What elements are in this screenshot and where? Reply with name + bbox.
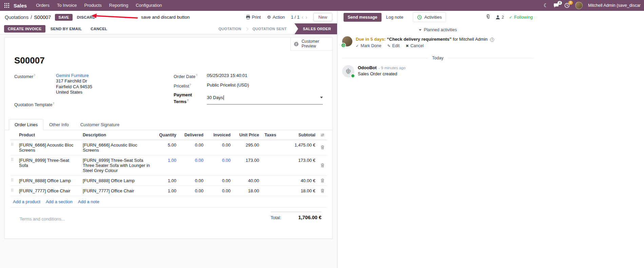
odoobot-avatar[interactable] [342, 65, 354, 77]
cell-quantity[interactable]: 1.00 [153, 176, 179, 186]
followers-button[interactable]: 2 [495, 15, 504, 20]
table-row[interactable]: ⠿ [FURN_6666] Acoustic Bloc Screens [FUR… [10, 140, 327, 155]
pager-value[interactable]: 1 / 1 [291, 15, 299, 20]
cell-taxes[interactable] [262, 186, 284, 196]
cell-quantity[interactable]: 5.00 [153, 140, 179, 155]
menu-orders[interactable]: Orders [32, 0, 53, 11]
log-note-button[interactable]: Log note [386, 15, 404, 20]
add-a-note-link[interactable]: Add a note [78, 199, 99, 204]
terms-and-conditions-placeholder[interactable]: Terms and conditions... [16, 212, 65, 222]
user-name[interactable]: Mitchell Admin (save_discar [588, 3, 641, 8]
user-avatar[interactable] [575, 2, 583, 9]
drag-handle-icon[interactable]: ⠿ [10, 140, 16, 155]
table-row[interactable]: ⠿ [FURN_8999] Three-Seat Sofa [FURN_8999… [10, 155, 327, 176]
tab-other-info[interactable]: Other Info [43, 119, 75, 130]
tab-order-lines[interactable]: Order Lines [9, 119, 43, 130]
activities-clock-icon[interactable]: 2 [564, 3, 570, 8]
optional-columns-button[interactable] [318, 130, 327, 140]
apps-grid-icon[interactable] [3, 3, 11, 8]
print-button[interactable]: Print [246, 15, 261, 20]
quotation-template-value[interactable] [56, 101, 174, 108]
send-by-email-button[interactable]: SEND BY EMAIL [47, 25, 85, 33]
cell-delivered[interactable]: 0.00 [179, 155, 206, 175]
mark-done-button[interactable]: ✓ Mark Done [356, 43, 381, 48]
add-a-section-link[interactable]: Add a section [46, 199, 73, 204]
customer-link[interactable]: Gemini Furniture [56, 73, 89, 78]
cell-description[interactable]: [FURN_7777] Office Chair [80, 186, 153, 196]
cell-unit-price[interactable]: 173.00 [233, 155, 262, 175]
drag-handle-icon[interactable]: ⠿ [10, 186, 16, 196]
cell-description[interactable]: [FURN_8999] Three-Seat Sofa Three Seater… [80, 155, 153, 175]
delete-row-icon[interactable] [318, 176, 327, 186]
customer-preview-button[interactable]: Customer Preview [290, 38, 332, 51]
cancel-button[interactable]: CANCEL [87, 25, 111, 33]
cell-product[interactable]: [FURN_6666] Acoustic Bloc Screens [16, 140, 80, 155]
activity-info-icon[interactable] [490, 38, 494, 42]
create-invoice-button[interactable]: CREATE INVOICE [4, 25, 45, 33]
state-sales-order[interactable]: SALES ORDER [294, 23, 337, 34]
new-button[interactable]: New [313, 13, 332, 21]
state-quotation[interactable]: QUOTATION [213, 23, 246, 34]
cell-delivered[interactable]: 0.00 [179, 176, 206, 186]
dark-mode-moon-icon[interactable]: ☾ [544, 2, 548, 8]
table-row[interactable]: ⠿ [FURN_8888] Office Lamp [FURN_8888] Of… [10, 176, 327, 186]
pricelist-value[interactable]: Public Pricelist (USD) [207, 82, 323, 89]
header-quantity[interactable]: Quantity [153, 130, 179, 140]
message-author[interactable]: OdooBot [358, 65, 377, 70]
cell-description[interactable]: [FURN_8888] Office Lamp [80, 176, 153, 186]
payment-terms-input[interactable]: 30 Days [207, 92, 323, 104]
breadcrumb-quotations[interactable]: Quotations [5, 15, 28, 20]
table-row[interactable]: ⠿ [FURN_7777] Office Chair [FURN_7777] O… [10, 186, 327, 196]
send-message-button[interactable]: Send message [344, 13, 382, 22]
header-taxes[interactable]: Taxes [262, 130, 284, 140]
cell-unit-price[interactable]: 295.00 [233, 140, 262, 155]
cell-quantity[interactable]: 1.00 [153, 186, 179, 196]
header-invoiced[interactable]: Invoiced [206, 130, 233, 140]
pager-previous-icon[interactable]: ‹ [301, 15, 303, 20]
menu-configuration[interactable]: Configuration [132, 0, 165, 11]
edit-activity-button[interactable]: ✎ Edit [387, 43, 399, 48]
following-button[interactable]: ✓ Following [509, 15, 533, 20]
cell-unit-price[interactable]: 18.00 [233, 186, 262, 196]
drag-handle-icon[interactable]: ⠿ [10, 176, 16, 186]
app-brand[interactable]: Sales [14, 3, 27, 8]
add-a-product-link[interactable]: Add a product [13, 199, 40, 204]
cell-invoiced[interactable]: 0.00 [206, 186, 233, 196]
tab-customer-signature[interactable]: Customer Signature [75, 119, 125, 130]
cell-delivered[interactable]: 0.00 [179, 140, 206, 155]
messages-icon[interactable]: 4 [553, 3, 559, 8]
attachments-button[interactable] [486, 14, 490, 20]
menu-reporting[interactable]: Reporting [105, 0, 132, 11]
cell-product[interactable]: [FURN_8888] Office Lamp [16, 176, 80, 186]
state-quotation-sent[interactable]: QUOTATION SENT [247, 23, 292, 34]
delete-row-icon[interactable] [318, 186, 327, 196]
delete-row-icon[interactable] [318, 155, 327, 175]
quotation-template-field[interactable]: Quotation Template [14, 101, 174, 108]
cell-invoiced[interactable]: 0.00 [206, 140, 233, 155]
cell-delivered[interactable]: 0.00 [179, 186, 206, 196]
save-button[interactable]: SAVE [55, 14, 73, 21]
menu-to-invoice[interactable]: To Invoice [53, 0, 81, 11]
drag-handle-icon[interactable]: ⠿ [10, 155, 16, 175]
menu-products[interactable]: Products [80, 0, 105, 11]
pager-next-icon[interactable]: › [306, 15, 307, 20]
planned-activities-header[interactable]: Planned activities [337, 23, 538, 34]
cell-invoiced[interactable]: 0.00 [206, 155, 233, 175]
cell-taxes[interactable] [262, 155, 284, 175]
cell-unit-price[interactable]: 40.00 [233, 176, 262, 186]
activity-avatar[interactable] [342, 36, 352, 46]
activities-button[interactable]: Activities [413, 12, 446, 22]
header-subtotal[interactable]: Subtotal [284, 130, 318, 140]
dropdown-caret-icon[interactable] [320, 97, 323, 98]
header-description[interactable]: Description [80, 130, 153, 140]
header-unit-price[interactable]: Unit Price [233, 130, 262, 140]
header-product[interactable]: Product [16, 130, 80, 140]
cell-invoiced[interactable]: 0.00 [206, 176, 233, 186]
action-button[interactable]: ⚙ Action [267, 15, 285, 20]
header-delivered[interactable]: Delivered [179, 130, 206, 140]
cell-taxes[interactable] [262, 176, 284, 186]
cell-quantity[interactable]: 1.00 [153, 155, 179, 175]
cell-product[interactable]: [FURN_7777] Office Chair [16, 186, 80, 196]
cancel-activity-button[interactable]: ✖ Cancel [406, 43, 424, 48]
delete-row-icon[interactable] [318, 140, 327, 155]
